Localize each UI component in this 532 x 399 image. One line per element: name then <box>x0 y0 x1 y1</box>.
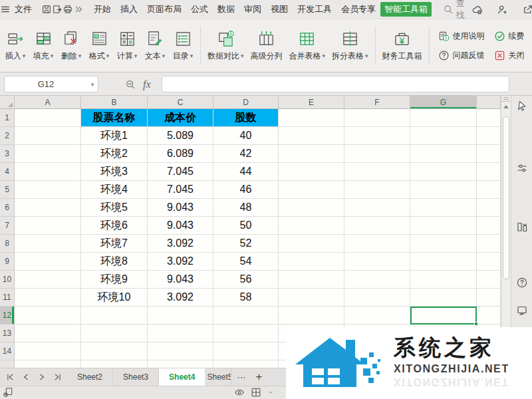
insert-function-fx[interactable]: fx <box>143 78 151 90</box>
grid-cell[interactable] <box>410 145 477 163</box>
grid-cell[interactable] <box>344 181 410 199</box>
grid-view-icon[interactable] <box>251 387 261 398</box>
hamburger-menu-icon[interactable] <box>0 2 11 17</box>
ribbon-button-delete[interactable]: 删除 <box>57 27 85 65</box>
grid-cell[interactable] <box>15 217 81 235</box>
column-header-F[interactable]: F <box>344 96 410 109</box>
grid-cell[interactable] <box>148 360 213 368</box>
grid-cell[interactable] <box>477 109 501 127</box>
help-icon[interactable] <box>513 274 531 291</box>
sliders-icon[interactable] <box>513 160 531 177</box>
grid-cell[interactable] <box>15 360 81 368</box>
grid-cell[interactable] <box>477 181 501 199</box>
table-cell[interactable]: 46 <box>213 181 279 199</box>
paste-layout-icon[interactable] <box>513 218 531 235</box>
more-sheets-button[interactable]: ⋯ <box>231 368 251 386</box>
row-header-9[interactable]: 9 <box>0 253 15 271</box>
cloud-sync-icon[interactable] <box>469 2 485 17</box>
grid-cell[interactable] <box>410 271 477 289</box>
row-header-8[interactable]: 8 <box>0 235 15 253</box>
row-header-4[interactable]: 4 <box>0 163 15 181</box>
table-cell[interactable]: 环境4 <box>81 181 148 199</box>
table-cell[interactable]: 9.043 <box>148 271 213 289</box>
table-cell[interactable]: 52 <box>213 235 279 253</box>
grid-cell[interactable] <box>410 163 477 181</box>
scrollbar-thumb[interactable] <box>503 116 509 279</box>
row-header-1[interactable]: 1 <box>0 109 15 127</box>
table-cell[interactable]: 40 <box>213 127 279 145</box>
table-cell[interactable]: 48 <box>213 199 279 217</box>
grid-cell[interactable] <box>477 163 501 181</box>
table-cell[interactable]: 3.092 <box>148 289 213 307</box>
grid-cell[interactable] <box>477 271 501 289</box>
column-header-partial[interactable] <box>477 96 501 109</box>
menu-tab[interactable]: 会员专享 <box>336 0 380 19</box>
ribbon-button-split-cols[interactable]: 高级分列 <box>247 27 286 65</box>
fill-handle[interactable] <box>474 322 478 326</box>
grid-cell[interactable] <box>344 127 410 145</box>
grid-cell[interactable] <box>279 181 344 199</box>
grid-cell[interactable] <box>344 289 410 307</box>
grid-cell[interactable] <box>15 199 81 217</box>
grid-cell[interactable] <box>15 307 81 325</box>
grid-cell[interactable] <box>15 235 81 253</box>
grid-cell[interactable] <box>344 199 410 217</box>
grid-cell[interactable] <box>81 342 148 360</box>
grid-cell[interactable] <box>15 342 81 360</box>
grid-cell[interactable] <box>213 325 279 342</box>
table-cell[interactable]: 54 <box>213 253 279 271</box>
grid-cell[interactable] <box>15 325 81 342</box>
table-cell[interactable]: 环境9 <box>81 271 148 289</box>
row-header-11[interactable]: 11 <box>0 289 15 307</box>
ribbon-button-compare[interactable]: 数据对比 <box>204 27 247 65</box>
table-cell[interactable]: 环境3 <box>81 163 148 181</box>
zoom-out-icon[interactable] <box>125 79 136 90</box>
table-cell[interactable]: 环境5 <box>81 199 148 217</box>
grid-cell[interactable] <box>477 235 501 253</box>
selected-cell-outline[interactable] <box>410 307 477 325</box>
grid-cell[interactable] <box>410 127 477 145</box>
more-tools-chevron-icon[interactable] <box>73 2 84 17</box>
grid-cell[interactable] <box>279 271 344 289</box>
row-header-10[interactable]: 10 <box>0 271 15 289</box>
ribbon-link-check[interactable]: 续费 <box>494 31 525 42</box>
grid-cell[interactable] <box>15 271 81 289</box>
grid-cell[interactable] <box>279 145 344 163</box>
ribbon-link-info[interactable]: 使用说明 <box>438 31 485 42</box>
grid-cell[interactable] <box>148 325 213 342</box>
grid-cell[interactable] <box>410 217 477 235</box>
print-icon[interactable] <box>63 2 73 17</box>
column-header-A[interactable]: A <box>15 96 81 109</box>
table-cell[interactable]: 3.092 <box>148 235 213 253</box>
grid-cell[interactable] <box>477 127 501 145</box>
column-header-D[interactable]: D <box>213 96 279 109</box>
table-header-cell[interactable]: 股数 <box>213 109 279 127</box>
menu-tab[interactable]: 视图 <box>266 0 293 19</box>
sheet-nav-first-button[interactable] <box>3 370 17 384</box>
menu-tab[interactable]: 开始 <box>89 0 116 19</box>
grid-cell[interactable] <box>148 307 213 325</box>
ribbon-link-close-red[interactable]: 关闭 <box>494 50 525 61</box>
ribbon-link-question[interactable]: 问题反馈 <box>438 50 485 61</box>
table-cell[interactable]: 环境7 <box>81 235 148 253</box>
grid-cell[interactable] <box>15 253 81 271</box>
column-header-G[interactable]: G <box>410 96 477 109</box>
grid-cell[interactable] <box>213 307 279 325</box>
ribbon-button-toc[interactable]: 目录 <box>169 27 197 65</box>
grid-cell[interactable] <box>477 289 501 307</box>
menu-tab[interactable]: 开发工具 <box>293 0 336 19</box>
ribbon-button-fill[interactable]: 填充 <box>29 27 57 65</box>
grid-cell[interactable] <box>15 163 81 181</box>
formula-input[interactable] <box>162 76 509 92</box>
sheet-tab-Sheet5[interactable]: Sheet5 <box>205 368 231 386</box>
menu-tab[interactable]: 公式 <box>186 0 213 19</box>
table-cell[interactable]: 环境6 <box>81 217 148 235</box>
menu-tab[interactable]: 插入 <box>116 0 142 19</box>
sheet-tab-Sheet3[interactable]: Sheet3 <box>113 368 159 386</box>
row-header-14[interactable]: 14 <box>0 342 15 360</box>
grid-cell[interactable] <box>344 271 410 289</box>
menu-tab[interactable]: 数据 <box>213 0 239 19</box>
export-icon[interactable] <box>52 2 63 17</box>
menu-tab[interactable]: 页面布局 <box>142 0 186 19</box>
ribbon-button-format[interactable]: 格式 <box>85 27 113 65</box>
